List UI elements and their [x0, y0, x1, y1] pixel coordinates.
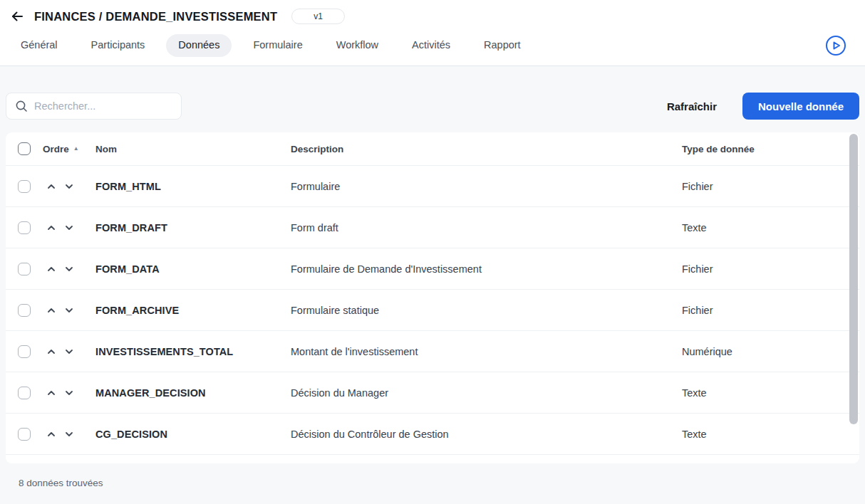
main-content: Rafraîchir Nouvelle donnée Ordre ▲ Nom D… — [0, 93, 865, 488]
search-icon — [15, 100, 28, 112]
data-description-cell: Décision du Manager — [291, 387, 388, 399]
data-type-cell: Texte — [682, 387, 707, 399]
table-row[interactable]: FORM_HTML Formulaire Fichier — [6, 166, 859, 207]
move-down-button[interactable] — [63, 181, 75, 192]
move-down-button[interactable] — [63, 222, 75, 233]
table-header-row: Ordre ▲ Nom Description Type de donnée — [6, 132, 859, 166]
row-checkbox[interactable] — [18, 428, 31, 441]
data-type-cell: Texte — [682, 222, 707, 233]
move-up-button[interactable] — [46, 346, 57, 357]
data-name-cell: FORM_DATA — [95, 263, 160, 275]
search-input[interactable] — [34, 100, 172, 112]
arrow-left-icon — [10, 9, 24, 23]
table-row[interactable]: FORM_ARCHIVE Formulaire statique Fichier — [6, 290, 859, 331]
data-name-cell: FORM_ARCHIVE — [95, 305, 179, 316]
toolbar: Rafraîchir Nouvelle donnée — [6, 93, 859, 120]
result-count: 8 données trouvées — [19, 478, 859, 488]
back-button[interactable] — [9, 8, 26, 25]
data-description-cell: Montant de l'investissement — [291, 346, 418, 357]
table-scrollbar[interactable] — [849, 134, 858, 462]
table-row[interactable]: INVESTISSEMENTS_TOTAL Montant de l'inves… — [6, 331, 859, 372]
tab-rapport[interactable]: Rapport — [472, 34, 533, 57]
version-badge[interactable]: v1 — [291, 9, 345, 24]
play-circle-icon — [825, 35, 846, 56]
move-down-button[interactable] — [63, 263, 75, 275]
move-up-button[interactable] — [46, 429, 57, 440]
data-type-cell: Fichier — [682, 305, 713, 316]
data-description-cell: Form draft — [291, 222, 338, 233]
data-description-cell: Formulaire statique — [291, 305, 379, 316]
data-description-cell: Formulaire de Demande d'Investissement — [291, 263, 482, 275]
move-down-button[interactable] — [63, 305, 75, 316]
move-down-button[interactable] — [63, 429, 75, 440]
tab-formulaire[interactable]: Formulaire — [241, 34, 314, 57]
row-checkbox[interactable] — [18, 387, 31, 399]
toolbar-actions: Rafraîchir Nouvelle donnée — [667, 93, 859, 120]
search-box — [6, 93, 182, 120]
table-row[interactable]: FORM_DATA Formulaire de Demande d'Invest… — [6, 248, 859, 290]
page-header: FINANCES / DEMANDE_INVESTISSEMENT v1 Gén… — [0, 0, 865, 66]
row-checkbox[interactable] — [18, 221, 31, 234]
move-down-button[interactable] — [63, 387, 75, 399]
data-type-cell: Texte — [682, 429, 707, 440]
row-checkbox[interactable] — [18, 263, 31, 275]
data-name-cell: MANAGER_DECISION — [95, 387, 206, 399]
scrollbar-thumb[interactable] — [849, 134, 858, 424]
run-button[interactable] — [825, 35, 846, 56]
data-name-cell: FORM_DRAFT — [95, 222, 167, 233]
row-checkbox[interactable] — [18, 304, 31, 317]
column-header-ordre[interactable]: Ordre ▲ — [43, 144, 79, 154]
tab-donnees[interactable]: Données — [166, 34, 232, 57]
table-row[interactable]: MANAGER_DECISION Décision du Manager Tex… — [6, 372, 859, 414]
new-data-button[interactable]: Nouvelle donnée — [742, 93, 859, 120]
move-up-button[interactable] — [46, 387, 57, 399]
table-row-partial — [6, 455, 859, 463]
move-down-button[interactable] — [63, 346, 75, 357]
table-row[interactable]: FORM_DRAFT Form draft Texte — [6, 207, 859, 248]
data-name-cell: FORM_HTML — [95, 181, 161, 192]
column-header-nom: Nom — [95, 144, 117, 154]
move-up-button[interactable] — [46, 222, 57, 233]
tab-workflow[interactable]: Workflow — [324, 34, 390, 57]
data-type-cell: Fichier — [682, 181, 713, 192]
data-name-cell: INVESTISSEMENTS_TOTAL — [95, 346, 233, 357]
move-up-button[interactable] — [46, 263, 57, 275]
select-all-checkbox[interactable] — [18, 142, 31, 155]
column-header-type: Type de donnée — [682, 144, 755, 154]
data-table: Ordre ▲ Nom Description Type de donnée F… — [6, 132, 859, 463]
column-header-description: Description — [291, 144, 343, 154]
table-row[interactable]: CG_DECISION Décision du Contrôleur de Ge… — [6, 414, 859, 455]
tab-participants[interactable]: Participants — [79, 34, 157, 57]
tab-bar: Général Participants Données Formulaire … — [9, 32, 856, 59]
data-type-cell: Numérique — [682, 346, 732, 357]
data-description-cell: Formulaire — [291, 181, 340, 192]
data-name-cell: CG_DECISION — [95, 429, 167, 440]
sort-asc-icon: ▲ — [73, 146, 79, 152]
page-title: FINANCES / DEMANDE_INVESTISSEMENT — [34, 10, 277, 23]
refresh-button[interactable]: Rafraîchir — [667, 100, 717, 112]
row-checkbox[interactable] — [18, 345, 31, 358]
move-up-button[interactable] — [46, 181, 57, 192]
data-description-cell: Décision du Contrôleur de Gestion — [291, 429, 449, 440]
tab-general[interactable]: Général — [9, 34, 70, 57]
row-checkbox[interactable] — [18, 180, 31, 193]
data-type-cell: Fichier — [682, 263, 713, 275]
move-up-button[interactable] — [46, 305, 57, 316]
tab-activites[interactable]: Activités — [400, 34, 462, 57]
breadcrumb: FINANCES / DEMANDE_INVESTISSEMENT v1 — [9, 6, 856, 27]
